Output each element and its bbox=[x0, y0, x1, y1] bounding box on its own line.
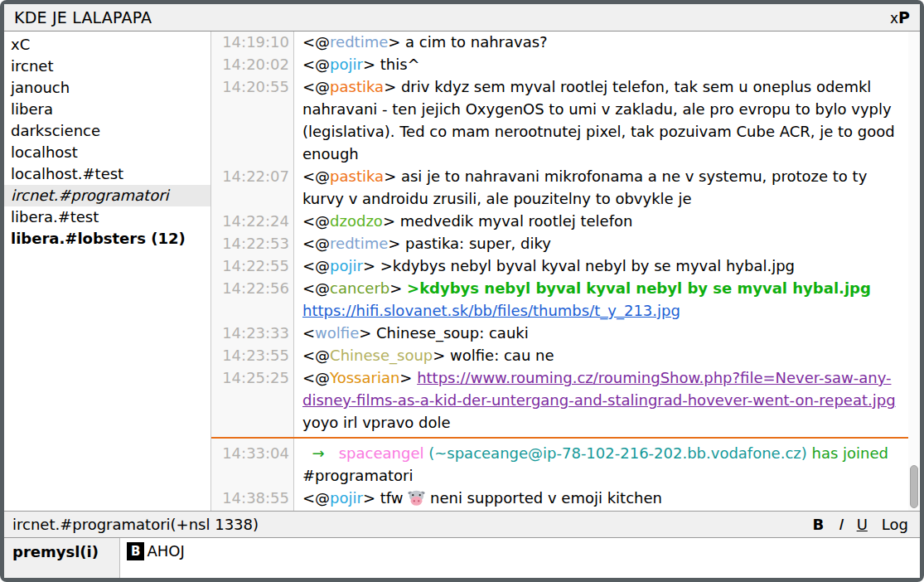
message-body: <@redtime> a cim to nahravas? bbox=[294, 32, 908, 53]
sidebar-item-localhost[interactable]: localhost bbox=[4, 142, 210, 163]
nick: pojir bbox=[330, 489, 363, 507]
chat-message: 14:23:33<wolfie> Chinese_soup: cauki bbox=[211, 322, 908, 344]
message-text: > wolfie: cau ne bbox=[433, 347, 554, 364]
window-control-x: x bbox=[890, 10, 898, 27]
sidebar-item-libera-test[interactable]: libera.#test bbox=[4, 206, 210, 228]
message-timestamp: 14:23:33 bbox=[211, 322, 294, 344]
message-timestamp: 14:33:04 bbox=[211, 442, 294, 487]
message-body: <@pastika> driv kdyz sem myval rootlej t… bbox=[294, 75, 908, 165]
chat-log: vadi, tak at mi nevola14:19:10<@redtime>… bbox=[211, 32, 908, 509]
chat-message: 14:22:24<@dzodzo> medvedik myval rootlej… bbox=[211, 210, 908, 232]
scrollbar-thumb[interactable] bbox=[910, 465, 918, 508]
message-timestamp: 14:20:55 bbox=[211, 75, 294, 165]
sidebar-item-localhost-test[interactable]: localhost.#test bbox=[4, 163, 210, 185]
message-text: < bbox=[302, 324, 315, 342]
message-input[interactable]: BAHOJ bbox=[120, 538, 920, 578]
chat-message: 14:33:04 → spaceangel (~spaceange@ip-78-… bbox=[211, 442, 908, 487]
message-text: > this^ bbox=[363, 56, 420, 73]
sidebar-item-ircnet-programatori[interactable]: ircnet.#programatori bbox=[4, 185, 210, 206]
chat-message: 14:20:02<@pojir> this^ bbox=[211, 53, 908, 75]
chat-message: 14:22:56<@cancerb> >kdybys nebyl byval k… bbox=[211, 277, 908, 322]
message-body: <@pojir> tfw neni supported v emoji kitc… bbox=[294, 487, 908, 509]
sidebar-item-darkscience[interactable]: darkscience bbox=[4, 120, 210, 142]
underline-button[interactable]: U bbox=[857, 516, 868, 533]
message-timestamp: 14:19:10 bbox=[211, 32, 294, 53]
message-body: <@pastika> asi je to nahravani mikrofona… bbox=[294, 165, 908, 210]
link[interactable]: https://hifi.slovanet.sk/bb/files/thumbs… bbox=[302, 302, 680, 319]
scrollbar-track[interactable] bbox=[908, 32, 919, 511]
chat-message: 14:22:07<@pastika> asi je to nahravani m… bbox=[211, 165, 908, 210]
message-text: <@ bbox=[302, 257, 330, 274]
message-body: <@pojir> >kdybys nebyl byval kyval nebyl… bbox=[294, 255, 908, 277]
bold-button[interactable]: B bbox=[813, 516, 825, 533]
chat-message: 14:23:55<@Chinese_soup> wolfie: cau ne bbox=[211, 344, 908, 366]
format-buttons: BIULog bbox=[813, 516, 908, 533]
nick: redtime bbox=[330, 235, 388, 252]
title-bar: KDE JE LALAPAPA xP bbox=[4, 4, 920, 32]
message-text: > tfw bbox=[363, 489, 408, 507]
log-button[interactable]: Log bbox=[882, 516, 908, 533]
message-timestamp: 14:22:07 bbox=[211, 165, 294, 210]
channel-sidebar: xCircnetjanouchliberadarksciencelocalhos… bbox=[4, 32, 211, 511]
window-frame: KDE JE LALAPAPA xP xCircnetjanouchlibera… bbox=[0, 0, 924, 582]
italic-button[interactable]: I bbox=[838, 516, 842, 533]
message-timestamp: 14:22:53 bbox=[211, 232, 294, 255]
chat-message: 14:22:55<@pojir> >kdybys nebyl byval kyv… bbox=[211, 255, 908, 277]
chat-message: 14:38:55<@pojir> tfw neni supported v em… bbox=[211, 487, 908, 509]
message-body: <@pojir> this^ bbox=[294, 53, 908, 75]
message-text: neni supported v emoji kitchen bbox=[425, 489, 662, 507]
message-timestamp: 14:23:55 bbox=[211, 344, 294, 366]
unread-marker bbox=[211, 434, 908, 442]
cow-face-emoji-icon bbox=[408, 489, 425, 507]
message-text: <@ bbox=[302, 212, 330, 230]
chat-message: 14:19:10<@redtime> a cim to nahravas? bbox=[211, 32, 908, 53]
nick: cancerb bbox=[330, 279, 389, 297]
sidebar-item-xc[interactable]: xC bbox=[4, 34, 210, 56]
message-text: <@ bbox=[302, 279, 330, 297]
sidebar-item-libera[interactable]: libera bbox=[4, 99, 210, 120]
nick: spaceangel bbox=[339, 444, 424, 462]
sidebar-item-libera-lobsters-12-[interactable]: libera.#lobsters (12) bbox=[4, 228, 210, 250]
chat-message: 14:20:55<@pastika> driv kdyz sem myval r… bbox=[211, 75, 908, 165]
message-body: → spaceangel (~spaceange@ip-78-102-216-2… bbox=[294, 442, 908, 487]
message-text: > pastika: super, diky bbox=[388, 235, 551, 252]
sidebar-item-ircnet[interactable]: ircnet bbox=[4, 56, 210, 77]
nick: pojir bbox=[330, 56, 363, 73]
main-area: xCircnetjanouchliberadarksciencelocalhos… bbox=[4, 32, 920, 511]
window-title: KDE JE LALAPAPA bbox=[14, 8, 152, 27]
message-text: > >kdybys nebyl byval kyval nebyl by se … bbox=[363, 257, 795, 274]
nick: dzodzo bbox=[330, 212, 383, 230]
join-arrow-icon: → bbox=[302, 444, 334, 462]
message-text: > Chinese_soup: cauki bbox=[359, 324, 529, 342]
message-text: > bbox=[399, 369, 417, 386]
message-text: <@ bbox=[302, 235, 330, 252]
nick: redtime bbox=[330, 33, 388, 51]
sidebar-item-janouch[interactable]: janouch bbox=[4, 77, 210, 99]
window-control-xP[interactable]: xP bbox=[890, 8, 910, 27]
message-text: <@ bbox=[302, 56, 330, 73]
irc-client-window: KDE JE LALAPAPA xP xCircnetjanouchlibera… bbox=[4, 4, 920, 578]
nick: pojir bbox=[330, 257, 363, 274]
message-text: <@ bbox=[302, 347, 330, 364]
message-text bbox=[871, 279, 876, 297]
message-text: >kdybys nebyl byval kyval nebyl by se my… bbox=[407, 279, 871, 297]
message-text: <@ bbox=[302, 33, 330, 51]
message-text: > a cim to nahravas? bbox=[388, 33, 547, 51]
chat-area: vadi, tak at mi nevola14:19:10<@redtime>… bbox=[211, 32, 920, 511]
message-text: <@ bbox=[302, 78, 330, 95]
unread-marker-line bbox=[211, 437, 908, 439]
message-body: <@dzodzo> medvedik myval rootlej telefon bbox=[294, 210, 908, 232]
nick: Chinese_soup bbox=[330, 347, 433, 364]
message-timestamp: 14:22:55 bbox=[211, 255, 294, 277]
bold-control-char: B bbox=[127, 542, 144, 560]
message-timestamp: 14:22:24 bbox=[211, 210, 294, 232]
message-text: <@ bbox=[302, 167, 330, 185]
channel-status-text: ircnet.#programatori(+nsl 1338) bbox=[12, 516, 259, 533]
input-text: AHOJ bbox=[147, 542, 184, 560]
message-text: <@ bbox=[302, 369, 330, 386]
nick: pastika bbox=[330, 78, 384, 95]
nick: wolfie bbox=[315, 324, 359, 342]
message-body: <@Yossarian> https://www.rouming.cz/roum… bbox=[294, 366, 908, 434]
message-body: <wolfie> Chinese_soup: cauki bbox=[294, 322, 908, 344]
message-text: > bbox=[389, 279, 407, 297]
